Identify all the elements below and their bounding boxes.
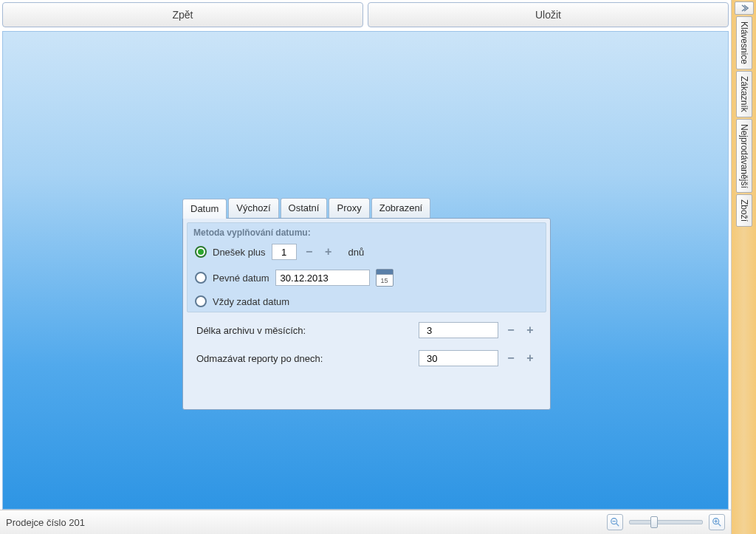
setting-archive-months: Délka archivu v měsících: − + [183, 316, 550, 344]
delete-reports-plus-icon[interactable]: + [523, 352, 537, 365]
calendar-day-number: 15 [381, 277, 388, 284]
date-method-title: Metoda vyplňování datumu: [188, 223, 546, 239]
archive-months-plus-icon[interactable]: + [523, 324, 537, 337]
calendar-icon[interactable]: 15 [376, 269, 394, 287]
delete-reports-label: Odmazávat reporty po dnech: [196, 353, 403, 364]
side-tab-zakaznik[interactable]: Zákazník [736, 71, 752, 117]
tab-content-datum: Metoda vyplňování datumu: Dnešek plus − … [182, 218, 551, 410]
side-tab-zbozi[interactable]: Zboží [736, 194, 752, 227]
archive-months-minus-icon[interactable]: − [504, 324, 518, 337]
option-today-plus-label: Dnešek plus [213, 247, 266, 258]
setting-delete-reports-days: Odmazávat reporty po dnech: − + [183, 344, 550, 372]
archive-months-label: Délka archivu v měsících: [196, 325, 403, 336]
zoom-slider-handle[interactable] [650, 516, 658, 528]
top-button-bar: Zpět Uložit [0, 0, 731, 30]
tab-ostatni[interactable]: Ostatní [281, 198, 328, 218]
status-bar: Prodejce číslo 201 [0, 510, 731, 534]
save-button[interactable]: Uložit [368, 2, 729, 27]
back-button[interactable]: Zpět [2, 2, 363, 27]
status-user-text: Prodejce číslo 201 [6, 517, 607, 528]
delete-reports-minus-icon[interactable]: − [504, 352, 518, 365]
today-plus-input[interactable] [272, 244, 297, 260]
zoom-out-icon[interactable] [607, 514, 623, 530]
right-sidebar: Klávesnice Zákazník Nejprodávanější Zbož… [731, 0, 756, 534]
option-fixed-date-label: Pevné datum [213, 273, 269, 284]
tab-zobrazeni[interactable]: Zobrazení [371, 198, 431, 218]
delete-reports-input[interactable] [419, 350, 498, 366]
option-always-enter-label: Vždy zadat datum [213, 296, 289, 307]
main-area: Zpět Uložit Datum Výchozí Ostatní Proxy … [0, 0, 731, 534]
zoom-slider[interactable] [629, 520, 703, 524]
date-method-group: Metoda vyplňování datumu: Dnešek plus − … [187, 222, 546, 312]
content-background: Datum Výchozí Ostatní Proxy Zobrazení Me… [2, 31, 729, 510]
tabs-bar: Datum Výchozí Ostatní Proxy Zobrazení [182, 198, 551, 218]
side-tab-nejprodavanejsi[interactable]: Nejprodávanější [736, 119, 752, 194]
radio-fixed-date[interactable] [195, 272, 207, 284]
svg-line-1 [616, 524, 619, 527]
option-today-plus: Dnešek plus − + dnů [188, 239, 546, 264]
option-always-enter: Vždy zadat datum [188, 291, 546, 312]
zoom-in-icon[interactable] [709, 514, 725, 530]
option-fixed-date: Pevné datum 15 [188, 264, 546, 291]
zoom-controls [607, 514, 725, 530]
fixed-date-input[interactable] [275, 270, 370, 286]
today-plus-minus-icon[interactable]: − [303, 245, 316, 259]
tab-proxy[interactable]: Proxy [329, 198, 369, 218]
svg-line-4 [718, 524, 721, 527]
archive-months-input[interactable] [419, 322, 498, 338]
radio-always-enter[interactable] [195, 295, 207, 307]
today-plus-plus-icon[interactable]: + [322, 245, 335, 259]
side-tab-klavesnice[interactable]: Klávesnice [736, 16, 752, 69]
option-today-plus-suffix: dnů [348, 247, 365, 258]
radio-today-plus[interactable] [195, 246, 207, 258]
settings-panel: Datum Výchozí Ostatní Proxy Zobrazení Me… [182, 198, 551, 410]
tab-vychozi[interactable]: Výchozí [228, 198, 278, 218]
tab-datum[interactable]: Datum [182, 199, 227, 219]
sidebar-collapse-icon[interactable] [735, 1, 754, 15]
